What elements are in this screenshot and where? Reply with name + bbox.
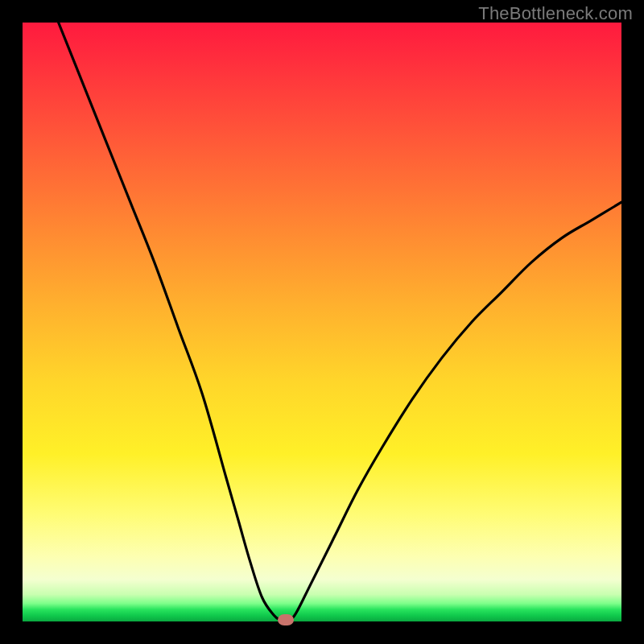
plot-area [23, 23, 621, 621]
optimal-point-marker [278, 614, 294, 625]
bottleneck-curve [23, 23, 621, 621]
chart-frame: TheBottleneck.com [0, 0, 644, 644]
watermark-text: TheBottleneck.com [478, 3, 633, 24]
